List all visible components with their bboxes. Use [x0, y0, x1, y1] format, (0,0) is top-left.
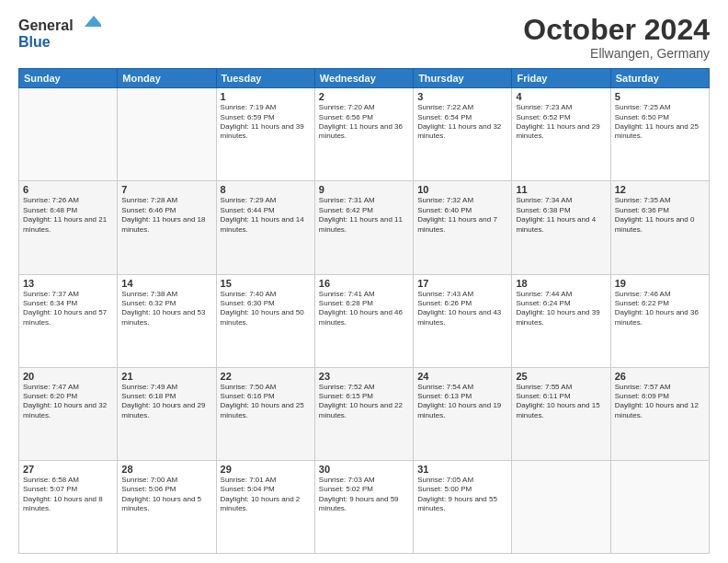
day-info: Sunrise: 7:47 AM: [23, 383, 113, 392]
day-info: Sunset: 6:16 PM: [221, 392, 311, 401]
day-info: Daylight: 11 hours and 4 minutes.: [516, 215, 606, 235]
day-info: Sunrise: 7:37 AM: [23, 290, 113, 299]
day-number: 16: [319, 278, 409, 289]
day-info: Daylight: 10 hours and 2 minutes.: [221, 495, 311, 514]
calendar-week-row: 20Sunrise: 7:47 AMSunset: 6:20 PMDayligh…: [19, 367, 710, 460]
location: Ellwangen, Germany: [523, 46, 710, 61]
day-info: Sunrise: 7:05 AM: [417, 476, 507, 485]
table-row: 20Sunrise: 7:47 AMSunset: 6:20 PMDayligh…: [19, 367, 118, 460]
day-info: Daylight: 10 hours and 22 minutes.: [319, 401, 409, 420]
table-row: [19, 88, 118, 181]
day-info: Sunset: 6:42 PM: [319, 206, 409, 215]
col-sunday: Sunday: [19, 69, 118, 88]
day-info: Daylight: 9 hours and 59 minutes.: [319, 495, 409, 514]
day-number: 5: [615, 91, 705, 102]
table-row: 24Sunrise: 7:54 AMSunset: 6:13 PMDayligh…: [414, 367, 512, 460]
day-info: Sunset: 6:54 PM: [417, 113, 507, 122]
day-info: Sunrise: 7:01 AM: [221, 476, 311, 485]
col-tuesday: Tuesday: [216, 69, 314, 88]
day-info: Daylight: 11 hours and 0 minutes.: [615, 215, 705, 235]
calendar-header-row: Sunday Monday Tuesday Wednesday Thursday…: [19, 69, 710, 88]
day-info: Sunrise: 7:32 AM: [417, 196, 507, 205]
col-thursday: Thursday: [414, 69, 512, 88]
day-number: 15: [221, 278, 311, 289]
day-info: Sunrise: 7:25 AM: [615, 103, 705, 112]
table-row: 17Sunrise: 7:43 AMSunset: 6:26 PMDayligh…: [414, 274, 512, 367]
day-info: Daylight: 11 hours and 39 minutes.: [221, 122, 311, 142]
day-info: Daylight: 11 hours and 18 minutes.: [121, 215, 211, 235]
day-number: 29: [221, 464, 311, 475]
day-info: Sunrise: 7:41 AM: [319, 290, 409, 299]
day-info: Daylight: 10 hours and 19 minutes.: [417, 401, 507, 420]
calendar-table: Sunday Monday Tuesday Wednesday Thursday…: [18, 68, 710, 554]
day-info: Sunrise: 7:38 AM: [121, 290, 211, 299]
header: General Blue October 2024 Ellwangen, Ger…: [18, 14, 710, 61]
day-number: 24: [417, 371, 507, 382]
calendar-week-row: 6Sunrise: 7:26 AMSunset: 6:48 PMDaylight…: [19, 181, 710, 274]
svg-text:Blue: Blue: [18, 34, 51, 50]
day-info: Sunset: 6:52 PM: [516, 113, 606, 122]
table-row: 25Sunrise: 7:55 AMSunset: 6:11 PMDayligh…: [512, 367, 610, 460]
day-info: Sunset: 5:07 PM: [23, 485, 113, 494]
day-number: 21: [121, 371, 211, 382]
day-info: Sunset: 6:38 PM: [516, 206, 606, 215]
title-block: October 2024 Ellwangen, Germany: [523, 14, 710, 61]
day-info: Sunset: 6:50 PM: [615, 113, 705, 122]
day-info: Daylight: 9 hours and 55 minutes.: [417, 495, 507, 514]
day-info: Daylight: 10 hours and 57 minutes.: [23, 308, 113, 327]
day-info: Sunrise: 7:31 AM: [319, 196, 409, 205]
table-row: 12Sunrise: 7:35 AMSunset: 6:36 PMDayligh…: [610, 181, 709, 274]
day-info: Sunset: 5:06 PM: [121, 485, 211, 494]
day-number: 13: [23, 278, 113, 289]
day-info: Daylight: 11 hours and 32 minutes.: [417, 122, 507, 142]
table-row: 27Sunrise: 6:58 AMSunset: 5:07 PMDayligh…: [19, 460, 118, 553]
table-row: 30Sunrise: 7:03 AMSunset: 5:02 PMDayligh…: [314, 460, 413, 553]
table-row: 5Sunrise: 7:25 AMSunset: 6:50 PMDaylight…: [610, 88, 709, 181]
day-info: Daylight: 10 hours and 46 minutes.: [319, 308, 409, 327]
day-info: Daylight: 11 hours and 21 minutes.: [23, 215, 113, 235]
svg-text:General: General: [18, 17, 74, 33]
day-info: Sunset: 6:32 PM: [121, 299, 211, 308]
day-number: 1: [221, 91, 311, 102]
day-info: Sunset: 6:15 PM: [319, 392, 409, 401]
day-info: Daylight: 11 hours and 11 minutes.: [319, 215, 409, 235]
day-number: 9: [319, 184, 409, 195]
day-info: Sunrise: 7:22 AM: [417, 103, 507, 112]
day-number: 18: [516, 278, 606, 289]
day-number: 10: [417, 184, 507, 195]
table-row: 14Sunrise: 7:38 AMSunset: 6:32 PMDayligh…: [118, 274, 216, 367]
day-info: Sunset: 6:28 PM: [319, 299, 409, 308]
table-row: 11Sunrise: 7:34 AMSunset: 6:38 PMDayligh…: [512, 181, 610, 274]
day-number: 17: [417, 278, 507, 289]
day-info: Sunrise: 7:35 AM: [615, 196, 705, 205]
day-info: Sunrise: 7:26 AM: [23, 196, 113, 205]
table-row: 28Sunrise: 7:00 AMSunset: 5:06 PMDayligh…: [118, 460, 216, 553]
day-number: 4: [516, 91, 606, 102]
day-info: Daylight: 10 hours and 36 minutes.: [615, 308, 705, 327]
table-row: [512, 460, 610, 553]
table-row: 23Sunrise: 7:52 AMSunset: 6:15 PMDayligh…: [314, 367, 413, 460]
day-info: Sunrise: 7:54 AM: [417, 383, 507, 392]
day-number: 2: [319, 91, 409, 102]
day-info: Sunrise: 7:03 AM: [319, 476, 409, 485]
day-info: Sunrise: 7:40 AM: [221, 290, 311, 299]
table-row: 29Sunrise: 7:01 AMSunset: 5:04 PMDayligh…: [216, 460, 314, 553]
table-row: 19Sunrise: 7:46 AMSunset: 6:22 PMDayligh…: [610, 274, 709, 367]
day-number: 20: [23, 371, 113, 382]
logo-container: General Blue: [18, 14, 101, 52]
day-info: Sunset: 6:56 PM: [319, 113, 409, 122]
day-info: Daylight: 11 hours and 36 minutes.: [319, 122, 409, 142]
day-number: 12: [615, 184, 705, 195]
day-info: Sunset: 6:40 PM: [417, 206, 507, 215]
col-monday: Monday: [118, 69, 216, 88]
col-saturday: Saturday: [610, 69, 709, 88]
day-info: Sunset: 6:24 PM: [516, 299, 606, 308]
day-info: Sunrise: 7:29 AM: [221, 196, 311, 205]
table-row: 7Sunrise: 7:28 AMSunset: 6:46 PMDaylight…: [118, 181, 216, 274]
day-info: Sunrise: 7:52 AM: [319, 383, 409, 392]
day-info: Sunset: 6:20 PM: [23, 392, 113, 401]
day-info: Sunset: 6:36 PM: [615, 206, 705, 215]
table-row: 6Sunrise: 7:26 AMSunset: 6:48 PMDaylight…: [19, 181, 118, 274]
table-row: 2Sunrise: 7:20 AMSunset: 6:56 PMDaylight…: [314, 88, 413, 181]
day-info: Daylight: 10 hours and 32 minutes.: [23, 401, 113, 420]
